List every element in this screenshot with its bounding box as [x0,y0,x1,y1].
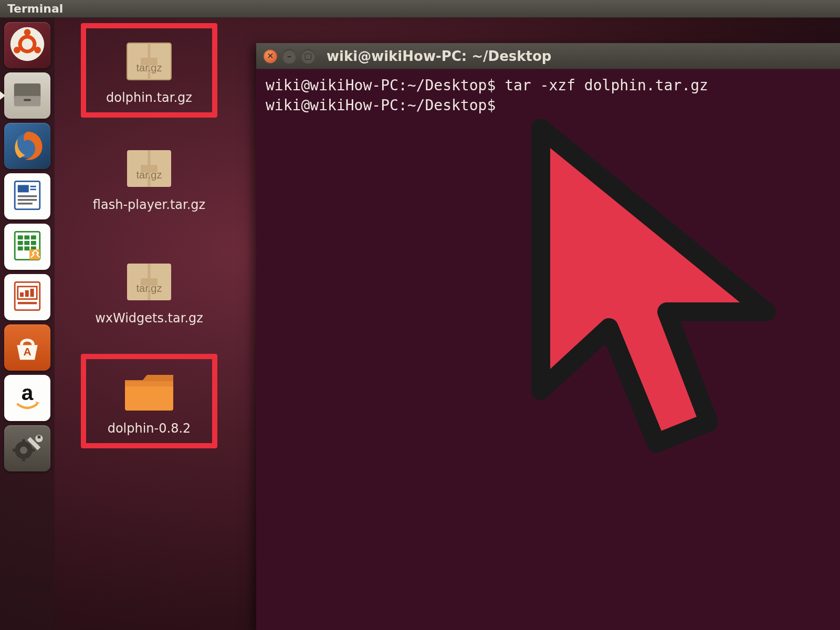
illustration-cursor-overlay [509,107,803,475]
svg-point-36 [20,447,27,454]
firefox-icon [9,127,46,165]
svg-rect-11 [30,186,36,187]
terminal-line: wiki@wikiHow-PC:~/Desktop$ tar -xzf dolp… [266,77,708,94]
svg-rect-40 [30,449,35,452]
launcher-firefox[interactable] [4,123,50,169]
svg-rect-57 [125,381,173,386]
desktop[interactable]: tar.gz dolphin.tar.gz tar.gz flash-playe… [55,18,840,630]
svg-point-4 [34,47,41,54]
desktop-file-label: dolphin.tar.gz [88,90,210,105]
svg-rect-29 [20,292,24,297]
svg-rect-14 [18,199,37,201]
close-icon: ✕ [267,51,274,61]
svg-rect-10 [18,185,29,192]
top-menubar: Terminal [0,0,840,18]
archive-icon: tar.gz [118,141,181,193]
svg-rect-39 [13,449,17,452]
calc-icon [9,227,46,266]
launcher-software-center[interactable]: A [4,324,50,371]
launcher-impress[interactable] [4,274,50,320]
gear-wrench-icon [9,429,46,468]
impress-icon [9,278,46,317]
svg-rect-31 [30,289,34,297]
desktop-file-label: flash-player.tar.gz [81,197,217,212]
svg-rect-30 [25,290,29,297]
svg-rect-37 [22,439,25,444]
svg-point-3 [14,47,20,54]
terminal-title: wiki@wikiHow-PC: ~/Desktop [327,48,551,64]
svg-rect-38 [22,457,25,461]
launcher-dash[interactable] [4,22,50,68]
svg-text:A: A [23,345,31,358]
desktop-file-label: wxWidgets.tar.gz [81,311,217,326]
desktop-folder-label: dolphin-0.8.2 [88,421,210,436]
maximize-icon: ▢ [304,51,312,61]
svg-text:tar.gz: tar.gz [136,169,162,181]
launcher-amazon[interactable]: a [4,375,50,421]
software-center-icon: A [9,328,46,367]
archive-icon: tar.gz [118,34,181,86]
ubuntu-logo-icon [9,26,46,65]
svg-rect-7 [24,99,31,101]
folder-icon [118,364,181,417]
svg-rect-18 [24,235,29,239]
svg-text:a: a [22,381,34,405]
svg-rect-20 [18,241,23,245]
svg-text:tar.gz: tar.gz [136,62,162,74]
file-manager-icon [9,76,46,115]
svg-rect-32 [18,302,37,304]
writer-icon [9,177,46,216]
archive-icon: tar.gz [118,254,181,307]
svg-rect-22 [31,241,36,245]
svg-rect-17 [18,235,23,239]
window-minimize-button[interactable]: – [282,49,296,63]
svg-rect-13 [18,195,37,197]
svg-point-2 [24,29,31,36]
svg-rect-24 [24,246,29,250]
svg-rect-19 [31,235,36,239]
launcher-settings[interactable] [4,425,50,471]
svg-rect-23 [18,246,23,250]
svg-rect-15 [18,203,33,205]
launcher-calc[interactable] [4,224,50,270]
terminal-line: wiki@wikiHow-PC:~/Desktop$ [266,97,496,114]
desktop-file-wxwidgets-targz[interactable]: tar.gz wxWidgets.tar.gz [81,254,217,326]
window-close-button[interactable]: ✕ [264,49,277,63]
minimize-icon: – [287,51,291,61]
launcher: A a [0,18,55,630]
svg-rect-12 [30,188,36,190]
svg-rect-21 [24,241,29,245]
launcher-writer[interactable] [4,173,50,219]
desktop-file-flashplayer-targz[interactable]: tar.gz flash-player.tar.gz [81,141,217,212]
svg-text:tar.gz: tar.gz [136,282,162,294]
launcher-files[interactable] [4,72,50,119]
window-maximize-button[interactable]: ▢ [301,49,315,63]
amazon-icon: a [9,379,46,417]
svg-rect-42 [38,436,41,439]
svg-rect-6 [14,96,40,107]
desktop-file-dolphin-targz[interactable]: tar.gz dolphin.tar.gz [81,23,217,118]
terminal-titlebar[interactable]: ✕ – ▢ wiki@wikiHow-PC: ~/Desktop [256,43,840,69]
running-indicator-icon [0,91,5,100]
desktop-folder-dolphin[interactable]: dolphin-0.8.2 [81,354,217,448]
active-app-title: Terminal [7,2,63,15]
